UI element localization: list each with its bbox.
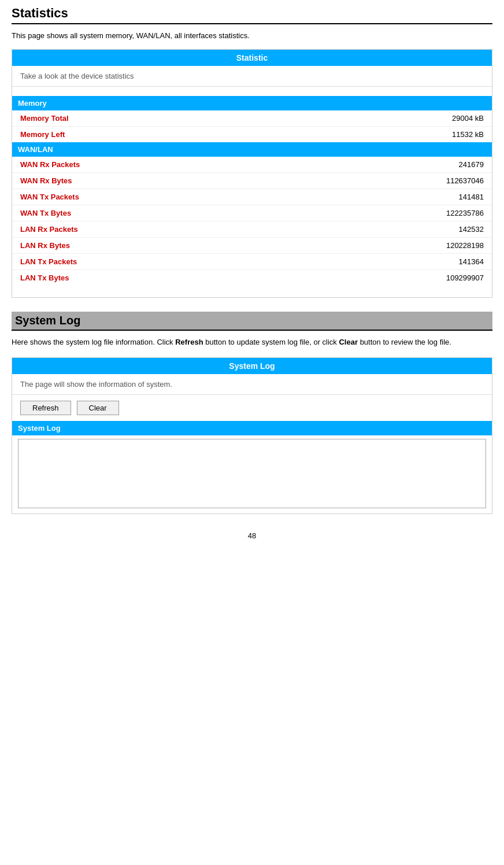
- table-row: LAN Tx Bytes109299907: [12, 270, 492, 286]
- table-row: WAN Tx Bytes122235786: [12, 205, 492, 221]
- clear-button[interactable]: Clear: [77, 401, 119, 415]
- wanlan-rows: WAN Rx Packets241679WAN Rx Bytes11263704…: [12, 157, 492, 286]
- stats-value: 141364: [459, 257, 484, 266]
- systemlog-panel-header: System Log: [12, 358, 492, 374]
- stats-value: 120228198: [446, 241, 484, 250]
- table-row: WAN Rx Packets241679: [12, 157, 492, 173]
- stats-label: LAN Rx Packets: [20, 225, 78, 234]
- stats-value: 141481: [459, 193, 484, 201]
- stats-value: 142532: [459, 225, 484, 234]
- table-row: Memory Left11532 kB: [12, 127, 492, 142]
- syslog-textarea[interactable]: [18, 439, 486, 508]
- systemlog-description: Here shows the system log file informati…: [12, 337, 492, 348]
- statistic-panel-header: Statistic: [12, 50, 492, 66]
- statistic-panel: Statistic Take a look at the device stat…: [12, 49, 492, 298]
- table-row: LAN Tx Packets141364: [12, 254, 492, 270]
- stats-value: 241679: [459, 160, 484, 169]
- stats-label: LAN Rx Bytes: [20, 241, 70, 250]
- memory-rows: Memory Total29004 kBMemory Left11532 kB: [12, 110, 492, 142]
- table-row: Memory Total29004 kB: [12, 110, 492, 127]
- stats-value: 112637046: [446, 176, 484, 185]
- stats-value: 122235786: [446, 209, 484, 217]
- stats-label: Memory Left: [20, 130, 65, 139]
- stats-value: 11532 kB: [452, 130, 484, 139]
- stats-label: WAN Rx Packets: [20, 160, 80, 169]
- stats-label: LAN Tx Bytes: [20, 273, 69, 282]
- table-row: WAN Rx Bytes112637046: [12, 173, 492, 189]
- stats-label: WAN Rx Bytes: [20, 176, 72, 185]
- systemlog-title: System Log: [12, 312, 492, 331]
- table-row: LAN Rx Bytes120228198: [12, 238, 492, 254]
- refresh-button[interactable]: Refresh: [20, 401, 71, 415]
- stats-label: LAN Tx Packets: [20, 257, 77, 266]
- statistics-description: This page shows all system memory, WAN/L…: [12, 31, 492, 40]
- stats-label: Memory Total: [20, 114, 69, 123]
- table-row: WAN Tx Packets141481: [12, 189, 492, 205]
- button-row: Refresh Clear: [12, 395, 492, 421]
- statistic-panel-subtext: Take a look at the device statistics: [12, 66, 492, 87]
- table-row: LAN Rx Packets142532: [12, 221, 492, 238]
- syslog-section-header: System Log: [12, 421, 492, 435]
- syslog-textarea-wrapper: [12, 435, 492, 513]
- systemlog-panel-subtext: The page will show the information of sy…: [12, 374, 492, 395]
- memory-section-header: Memory: [12, 96, 492, 110]
- stats-label: WAN Tx Packets: [20, 193, 79, 201]
- systemlog-panel: System Log The page will show the inform…: [12, 357, 492, 514]
- stats-value: 109299907: [446, 273, 484, 282]
- stats-value: 29004 kB: [452, 114, 484, 123]
- statistics-title: Statistics: [12, 6, 492, 24]
- wanlan-section-header: WAN/LAN: [12, 142, 492, 157]
- stats-label: WAN Tx Bytes: [20, 209, 71, 217]
- page-footer: 48: [12, 531, 492, 540]
